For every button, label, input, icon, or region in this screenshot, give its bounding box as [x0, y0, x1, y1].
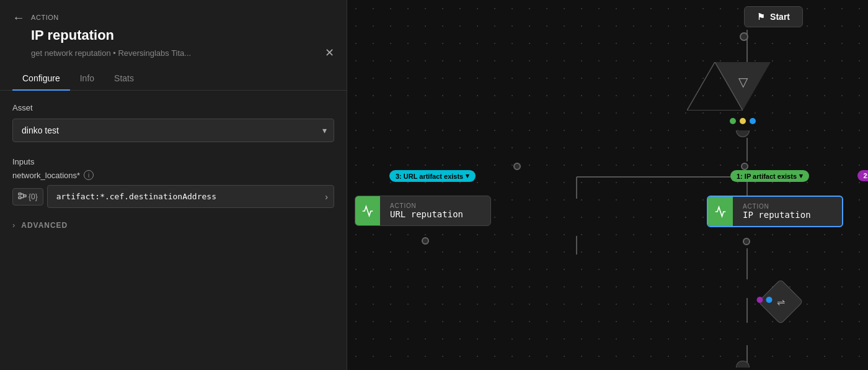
- ip-action-content: ACTION IP reputation: [733, 197, 821, 226]
- panel-header: ← ACTION IP reputation get network reput…: [0, 0, 347, 67]
- connector-half-circle-1: [736, 130, 750, 137]
- svg-rect-1: [19, 197, 21, 199]
- ip-action-name: IP reputation: [743, 210, 811, 220]
- tab-configure[interactable]: Configure: [12, 67, 70, 91]
- activity-icon-ip: [714, 205, 727, 218]
- code-tool-label: {0}: [29, 192, 38, 201]
- condition-ip-badge[interactable]: 1: IP artifact exists ▾: [730, 170, 809, 182]
- advanced-label: ADVANCED: [21, 221, 68, 230]
- info-icon[interactable]: i: [84, 170, 94, 180]
- url-action-content: ACTION URL reputation: [380, 196, 473, 225]
- url-action-type: ACTION: [390, 202, 463, 209]
- activity-icon-url: [361, 205, 374, 217]
- inputs-section: Inputs network_locations* i: [12, 157, 334, 208]
- dot-yellow: [740, 118, 746, 124]
- svg-marker-18: [687, 62, 743, 111]
- triangle-svg: [687, 62, 743, 111]
- condition-do-badge[interactable]: 2: Do: [857, 170, 869, 181]
- dot-blue-2: [766, 297, 773, 303]
- connector-half-circle-2: [736, 361, 750, 368]
- workflow-canvas[interactable]: ⚑ Start ▽ 3: URL artifact exists ▾ 1: IP…: [347, 0, 868, 370]
- connector-circle-3: [741, 163, 748, 170]
- chevron-right-icon: ›: [12, 220, 15, 230]
- ip-action-node[interactable]: ACTION IP reputation: [707, 196, 843, 227]
- artifact-input-wrapper: ›: [47, 185, 334, 208]
- subtitle-text: get network reputation • Reversinglabs T…: [31, 48, 191, 58]
- dot-blue: [750, 118, 756, 124]
- advanced-row[interactable]: › ADVANCED: [12, 220, 334, 230]
- condition-url-arrow: ▾: [466, 172, 469, 180]
- filter-dots: [730, 118, 756, 124]
- condition-do-label: 2: Do: [864, 172, 869, 179]
- artifact-input[interactable]: [47, 185, 334, 208]
- network-locations-label: network_locations*: [12, 171, 80, 180]
- action-title: IP reputation: [31, 27, 334, 43]
- left-panel: ← ACTION IP reputation get network reput…: [0, 0, 347, 370]
- tab-info[interactable]: Info: [70, 67, 104, 91]
- tree-tool-button[interactable]: {0}: [12, 188, 43, 205]
- asset-select[interactable]: dinko test: [12, 119, 334, 142]
- connector-circle-1: [740, 32, 748, 41]
- close-button[interactable]: ✕: [325, 46, 334, 60]
- connector-circle-2: [513, 163, 521, 170]
- connector-circle-5: [743, 238, 750, 245]
- connector-circle-4: [422, 237, 429, 245]
- condition-ip-arrow: ▾: [799, 172, 803, 180]
- flag-icon: ⚑: [757, 12, 765, 22]
- artifact-input-row: {0} ›: [12, 185, 334, 208]
- start-node[interactable]: ⚑ Start: [744, 6, 803, 27]
- split-dots: [757, 297, 773, 303]
- tabs-bar: Configure Info Stats: [0, 67, 347, 91]
- url-action-node[interactable]: ACTION URL reputation: [355, 196, 491, 226]
- back-button[interactable]: ←: [12, 11, 25, 24]
- input-tools: {0}: [12, 188, 43, 205]
- inputs-label: Inputs: [12, 157, 334, 166]
- back-row: ← ACTION: [12, 11, 334, 24]
- svg-rect-0: [19, 193, 21, 195]
- url-action-name: URL reputation: [390, 209, 463, 219]
- input-arrow-icon[interactable]: ›: [325, 192, 328, 202]
- filter-container: ▽: [715, 62, 771, 111]
- action-label: ACTION: [31, 14, 59, 21]
- condition-url-label: 3: URL artifact exists: [396, 173, 463, 180]
- tree-icon: [18, 192, 27, 201]
- network-locations-label-row: network_locations* i: [12, 170, 334, 180]
- tab-stats[interactable]: Stats: [104, 67, 144, 91]
- asset-select-wrapper: dinko test ▾: [12, 119, 334, 142]
- panel-body: Asset dinko test ▾ Inputs network_locati…: [0, 91, 347, 370]
- ip-action-icon: [708, 197, 733, 226]
- condition-ip-label: 1: IP artifact exists: [737, 173, 797, 180]
- action-subtitle: get network reputation • Reversinglabs T…: [31, 46, 334, 60]
- condition-url-badge[interactable]: 3: URL artifact exists ▾: [389, 170, 476, 182]
- dot-purple: [757, 297, 763, 303]
- ip-action-type: ACTION: [743, 203, 811, 210]
- url-action-icon: [355, 196, 380, 225]
- asset-label: Asset: [12, 103, 334, 112]
- dot-green: [730, 118, 736, 124]
- start-label: Start: [770, 12, 790, 22]
- split-icon: ⇌: [777, 296, 785, 308]
